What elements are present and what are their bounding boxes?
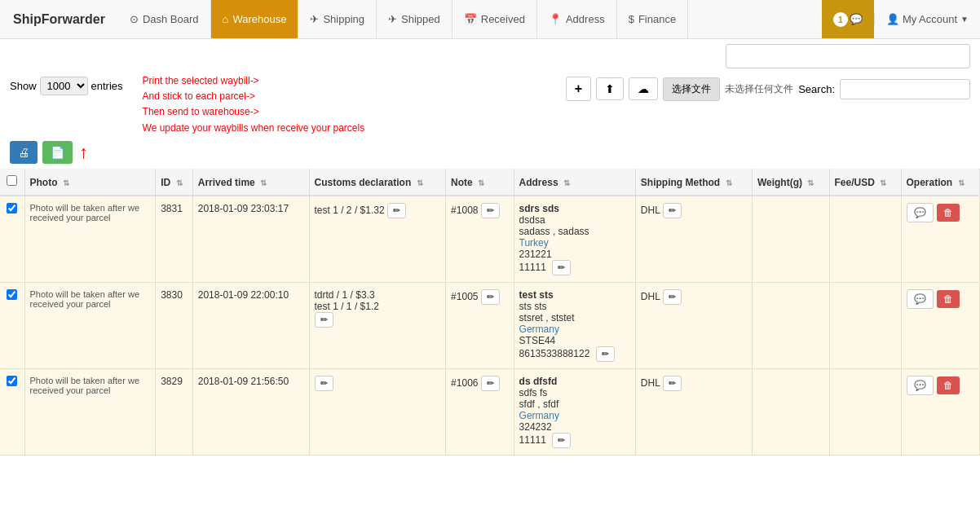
print-button[interactable]: 🖨 bbox=[10, 141, 38, 164]
customs-sort-icon[interactable]: ⇅ bbox=[417, 178, 423, 187]
row2-customs-edit-btn[interactable]: ✏ bbox=[315, 312, 333, 328]
choose-file-button[interactable]: 选择文件 bbox=[663, 77, 720, 101]
received-icon: 📅 bbox=[464, 13, 477, 25]
select-all-checkbox[interactable] bbox=[7, 175, 17, 186]
instruction-1: Print the selected waybill-> bbox=[143, 73, 365, 89]
row2-address-edit-btn[interactable]: ✏ bbox=[596, 346, 615, 362]
row2-id: 3830 bbox=[156, 282, 193, 368]
row3-customs-edit-btn[interactable]: ✏ bbox=[315, 376, 333, 391]
nav-item-warehouse[interactable]: ⌂ Warehouse bbox=[211, 0, 299, 38]
id-sort-icon[interactable]: ⇅ bbox=[176, 178, 183, 187]
col-weight: Weight(g) ⇅ bbox=[752, 169, 829, 196]
row2-photo: Photo will be taken after we received yo… bbox=[24, 282, 156, 368]
top-search-row bbox=[0, 39, 980, 73]
row3-shipping-edit-btn[interactable]: ✏ bbox=[663, 376, 682, 391]
photo-sort-icon[interactable]: ⇅ bbox=[63, 178, 69, 187]
row3-shipping: DHL ✏ bbox=[635, 368, 752, 455]
shipped-icon: ✈ bbox=[388, 13, 397, 25]
nav-address-label: Address bbox=[566, 13, 605, 25]
nav-item-address[interactable]: 📍 Address bbox=[537, 0, 617, 38]
row2-note-edit-btn[interactable]: ✏ bbox=[481, 289, 500, 305]
show-label: Show bbox=[10, 80, 37, 92]
row1-address-edit-btn[interactable]: ✏ bbox=[552, 260, 571, 275]
row2-shipping: DHL ✏ bbox=[635, 282, 752, 368]
row2-shipping-edit-btn[interactable]: ✏ bbox=[663, 289, 682, 305]
account-icon: 👤 bbox=[886, 13, 899, 25]
arrived-sort-icon[interactable]: ⇅ bbox=[260, 178, 267, 187]
row1-comment-btn[interactable]: 💬 bbox=[907, 203, 934, 222]
row2-address: test sts sts sts stsret , ststet Germany… bbox=[514, 282, 635, 368]
cloud-upload-button[interactable]: ☁ bbox=[629, 77, 658, 100]
row3-note: #1006 ✏ bbox=[446, 368, 514, 455]
col-address: Address ⇅ bbox=[514, 169, 635, 196]
row1-fee bbox=[829, 196, 901, 283]
nav-warehouse-label: Warehouse bbox=[232, 13, 286, 25]
search-input[interactable] bbox=[840, 79, 970, 99]
nav-item-finance[interactable]: $ Finance bbox=[617, 0, 688, 38]
fee-sort-icon[interactable]: ⇅ bbox=[880, 178, 886, 187]
navbar: ShipForwarder ⊙ Dash Board ⌂ Warehouse ✈… bbox=[0, 0, 980, 39]
instruction-4: We update your waybills when receive you… bbox=[143, 121, 365, 136]
warehouse-icon: ⌂ bbox=[223, 13, 229, 25]
row1-checkbox[interactable] bbox=[7, 203, 17, 213]
shipping-sort-icon[interactable]: ⇅ bbox=[726, 178, 732, 187]
row1-operation: 💬 🗑 bbox=[901, 196, 979, 283]
row1-arrived-time: 2018-01-09 23:03:17 bbox=[192, 196, 309, 283]
nav-item-received[interactable]: 📅 Received bbox=[452, 0, 537, 38]
badge-count: 1 bbox=[833, 12, 848, 27]
row2-customs: tdrtd / 1 / $3.3 test 1 / 1 / $1.2 ✏ bbox=[309, 282, 446, 368]
weight-sort-icon[interactable]: ⇅ bbox=[807, 178, 814, 187]
toolbar-wrapper: Show 1000 500 250 100 entries Print the … bbox=[0, 73, 980, 169]
account-chevron-icon: ▼ bbox=[960, 15, 969, 24]
row1-note-edit-btn[interactable]: ✏ bbox=[481, 203, 500, 218]
row3-delete-btn[interactable]: 🗑 bbox=[937, 376, 960, 394]
right-actions: + ⬆ ☁ 选择文件 未选择任何文件 Search: bbox=[566, 77, 970, 101]
top-search-input[interactable] bbox=[726, 44, 970, 68]
account-label: My Account bbox=[903, 13, 957, 25]
row3-address: ds dfsfd sdfs fs sfdf , sfdf Germany 324… bbox=[514, 368, 635, 455]
row3-checkbox[interactable] bbox=[7, 376, 17, 386]
row1-weight bbox=[752, 196, 829, 283]
account-menu[interactable]: 👤 My Account ▼ bbox=[874, 13, 980, 25]
notification-badge[interactable]: 1 💬 bbox=[822, 0, 874, 38]
add-button[interactable]: + bbox=[566, 77, 591, 101]
row1-id: 3831 bbox=[156, 196, 193, 283]
address-sort-icon[interactable]: ⇅ bbox=[563, 178, 570, 187]
export-button[interactable]: 📄 bbox=[42, 141, 73, 164]
nav-item-shipped[interactable]: ✈ Shipped bbox=[377, 0, 452, 38]
row3-operation: 💬 🗑 bbox=[901, 368, 979, 455]
row1-op-cell: 💬 🗑 bbox=[907, 203, 974, 222]
col-customs: Customs declaration ⇅ bbox=[309, 169, 446, 196]
row2-checkbox[interactable] bbox=[7, 289, 17, 300]
row2-comment-btn[interactable]: 💬 bbox=[907, 289, 934, 309]
col-arrived-time: Arrived time ⇅ bbox=[192, 169, 309, 196]
row3-check-cell bbox=[0, 368, 24, 455]
row2-fee bbox=[829, 282, 901, 368]
upload-button[interactable]: ⬆ bbox=[596, 77, 624, 100]
row1-shipping-edit-btn[interactable]: ✏ bbox=[663, 203, 682, 218]
row2-check-cell bbox=[0, 282, 24, 368]
dashboard-icon: ⊙ bbox=[130, 13, 139, 25]
op-sort-icon[interactable]: ⇅ bbox=[958, 178, 965, 187]
red-arrow-icon: ↑ bbox=[79, 143, 88, 161]
table-row: Photo will be taken after we received yo… bbox=[0, 196, 980, 283]
col-fee: Fee/USD ⇅ bbox=[829, 169, 901, 196]
row1-delete-btn[interactable]: 🗑 bbox=[937, 204, 960, 222]
nav-item-shipping[interactable]: ✈ Shipping bbox=[298, 0, 377, 38]
row3-note-edit-btn[interactable]: ✏ bbox=[481, 376, 500, 391]
note-sort-icon[interactable]: ⇅ bbox=[478, 178, 484, 187]
action-row: 🖨 📄 ↑ bbox=[10, 141, 970, 164]
entries-label: entries bbox=[91, 80, 123, 92]
nav-dashboard-label: Dash Board bbox=[143, 13, 199, 25]
row3-op-cell: 💬 🗑 bbox=[907, 376, 974, 395]
row3-address-edit-btn[interactable]: ✏ bbox=[552, 433, 571, 448]
nav-received-label: Received bbox=[481, 13, 525, 25]
row2-delete-btn[interactable]: 🗑 bbox=[937, 290, 960, 308]
row1-customs-edit-btn[interactable]: ✏ bbox=[387, 203, 406, 218]
col-operation: Operation ⇅ bbox=[901, 169, 979, 196]
nav-item-dashboard[interactable]: ⊙ Dash Board bbox=[118, 0, 211, 38]
nav-right: 1 💬 👤 My Account ▼ bbox=[822, 0, 980, 38]
entries-select[interactable]: 1000 500 250 100 bbox=[40, 77, 88, 95]
row3-photo: Photo will be taken after we received yo… bbox=[24, 368, 156, 455]
row3-comment-btn[interactable]: 💬 bbox=[907, 376, 934, 395]
